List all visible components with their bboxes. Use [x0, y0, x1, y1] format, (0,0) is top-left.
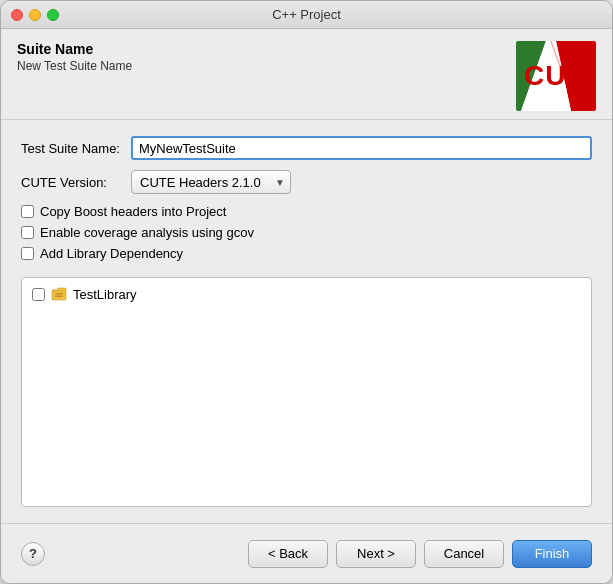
next-button[interactable]: Next >	[336, 540, 416, 568]
svg-rect-8	[52, 290, 66, 300]
cute-logo: CUTE	[516, 41, 596, 111]
close-button[interactable]	[11, 9, 23, 21]
header-text: Suite Name New Test Suite Name	[17, 41, 516, 73]
list-item[interactable]: TestLibrary	[28, 284, 585, 304]
header: Suite Name New Test Suite Name	[1, 29, 612, 120]
checkbox-boost-label: Copy Boost headers into Project	[40, 204, 226, 219]
library-item-label: TestLibrary	[73, 287, 137, 302]
library-item-checkbox[interactable]	[32, 288, 45, 301]
cute-version-select[interactable]: CUTE Headers 2.1.0 CUTE Headers 2.0.0 CU…	[131, 170, 291, 194]
library-icon	[51, 286, 67, 302]
minimize-button[interactable]	[29, 9, 41, 21]
maximize-button[interactable]	[47, 9, 59, 21]
form-area: Test Suite Name: CUTE Version: CUTE Head…	[1, 120, 612, 523]
finish-button[interactable]: Finish	[512, 540, 592, 568]
cute-version-select-wrapper: CUTE Headers 2.1.0 CUTE Headers 2.0.0 CU…	[131, 170, 291, 194]
bottom-bar: ? < Back Next > Cancel Finish	[1, 523, 612, 583]
svg-rect-9	[55, 293, 63, 295]
cancel-button[interactable]: Cancel	[424, 540, 504, 568]
traffic-lights	[11, 9, 59, 21]
titlebar: C++ Project	[1, 1, 612, 29]
checkbox-coverage-label: Enable coverage analysis using gcov	[40, 225, 254, 240]
header-title: Suite Name	[17, 41, 516, 57]
bottom-left: ?	[21, 542, 45, 566]
suite-name-row: Test Suite Name:	[21, 136, 592, 160]
svg-rect-10	[55, 296, 63, 298]
suite-name-label: Test Suite Name:	[21, 141, 131, 156]
svg-text:CUTE: CUTE	[524, 60, 596, 91]
back-button[interactable]: < Back	[248, 540, 328, 568]
header-subtitle: New Test Suite Name	[17, 59, 516, 73]
suite-name-input[interactable]	[131, 136, 592, 160]
library-list-box[interactable]: TestLibrary	[21, 277, 592, 507]
help-button[interactable]: ?	[21, 542, 45, 566]
checkbox-coverage-row: Enable coverage analysis using gcov	[21, 225, 592, 240]
main-window: C++ Project Suite Name New Test Suite Na…	[0, 0, 613, 584]
checkbox-library[interactable]	[21, 247, 34, 260]
checkbox-library-label: Add Library Dependency	[40, 246, 183, 261]
cute-version-row: CUTE Version: CUTE Headers 2.1.0 CUTE He…	[21, 170, 592, 194]
bottom-buttons: < Back Next > Cancel Finish	[248, 540, 592, 568]
checkbox-boost[interactable]	[21, 205, 34, 218]
checkbox-coverage[interactable]	[21, 226, 34, 239]
content-area: Suite Name New Test Suite Name	[1, 29, 612, 583]
window-title: C++ Project	[272, 7, 341, 22]
checkbox-boost-row: Copy Boost headers into Project	[21, 204, 592, 219]
cute-version-label: CUTE Version:	[21, 175, 131, 190]
checkbox-library-row: Add Library Dependency	[21, 246, 592, 261]
